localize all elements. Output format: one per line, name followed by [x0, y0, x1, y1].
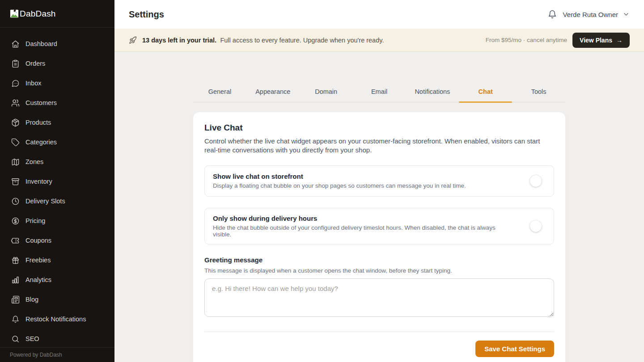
- newspaper-icon: [11, 295, 20, 304]
- broken-image-icon: [10, 9, 19, 18]
- sidebar-item-label: Dashboard: [25, 40, 57, 47]
- trial-days-left: 13 days left in your trial.: [142, 37, 216, 44]
- sidebar-item-label: Analytics: [25, 276, 51, 283]
- greeting-label: Greeting message: [204, 256, 554, 264]
- tab-notifications[interactable]: Notifications: [406, 83, 459, 102]
- archive-box-icon: [11, 177, 20, 186]
- topbar-right: Verde Ruta Owner: [547, 9, 630, 19]
- section-title: Live Chat: [204, 123, 554, 133]
- tab-general[interactable]: General: [193, 83, 246, 102]
- tab-email[interactable]: Email: [353, 83, 406, 102]
- trial-banner-actions: From $95/mo · cancel anytime View Plans …: [486, 33, 630, 48]
- sidebar-item-delivery-slots[interactable]: Delivery Slots: [0, 191, 114, 211]
- sidebar-item-pricing[interactable]: Pricing: [0, 211, 114, 231]
- settings-tabs: GeneralAppearanceDomainEmailNotification…: [193, 83, 565, 102]
- sidebar-item-freebies[interactable]: Freebies: [0, 250, 114, 270]
- main-column: Settings Verde Ruta Owner 13: [114, 0, 644, 362]
- sidebar-item-label: Inventory: [25, 178, 52, 185]
- toggle-switch[interactable]: [526, 220, 546, 232]
- user-menu[interactable]: Verde Ruta Owner: [563, 11, 630, 18]
- toggle-rows: Show live chat on storefrontDisplay a fl…: [204, 165, 554, 244]
- toggle-description: Display a floating chat bubble on your s…: [213, 182, 466, 189]
- sidebar-item-categories[interactable]: Categories: [0, 132, 114, 152]
- map-icon: [11, 158, 20, 166]
- sidebar-item-label: Customers: [25, 99, 57, 106]
- divider: [204, 332, 554, 332]
- toggle-switch[interactable]: [526, 175, 546, 187]
- pricing-note: From $95/mo · cancel anytime: [486, 37, 567, 43]
- users-icon: [11, 99, 20, 107]
- bell-icon: [11, 315, 20, 324]
- settings-content: GeneralAppearanceDomainEmailNotification…: [114, 52, 644, 362]
- tab-domain[interactable]: Domain: [300, 83, 353, 102]
- view-plans-label: View Plans: [580, 37, 612, 44]
- toggle-row: Only show during delivery hoursHide the …: [204, 208, 554, 244]
- toggle-title: Show live chat on storefront: [213, 173, 466, 180]
- trial-text: 13 days left in your trial. Full access …: [142, 36, 384, 44]
- sidebar-item-analytics[interactable]: Analytics: [0, 270, 114, 290]
- live-chat-card: Live Chat Control whether the live chat …: [193, 112, 565, 362]
- toggle-description: Hide the chat bubble outside of your con…: [213, 224, 515, 238]
- tab-chat[interactable]: Chat: [459, 83, 512, 102]
- sidebar-item-label: Delivery Slots: [25, 198, 65, 205]
- tag-icon: [11, 138, 20, 147]
- sidebar-item-seo[interactable]: SEO: [0, 329, 114, 347]
- tabs-wrap: GeneralAppearanceDomainEmailNotification…: [193, 83, 565, 102]
- sidebar-item-blog[interactable]: Blog: [0, 290, 114, 309]
- sidebar-item-dashboard[interactable]: Dashboard: [0, 34, 114, 54]
- sidebar-item-label: Blog: [25, 296, 38, 303]
- sidebar-item-inbox[interactable]: Inbox: [0, 73, 114, 93]
- trial-subtext: Full access to every feature. Upgrade wh…: [220, 37, 384, 44]
- greeting-description: This message is displayed when a custome…: [204, 267, 554, 274]
- sidebar-item-restock-notifications[interactable]: Restock Notifications: [0, 309, 114, 329]
- section-description: Control whether the live chat widget app…: [204, 137, 554, 155]
- app-root: DabDash DashboardOrdersInboxCustomersPro…: [0, 0, 644, 362]
- sidebar: DabDash DashboardOrdersInboxCustomersPro…: [0, 0, 114, 362]
- sidebar-item-customers[interactable]: Customers: [0, 93, 114, 113]
- logo[interactable]: DabDash: [0, 0, 114, 28]
- bar-chart-icon: [11, 276, 20, 284]
- toggle-knob: [530, 175, 542, 187]
- home-icon: [11, 40, 20, 48]
- arrow-right-icon: →: [616, 37, 623, 44]
- topbar: Settings Verde Ruta Owner: [114, 0, 644, 29]
- sidebar-item-label: Restock Notifications: [25, 316, 86, 323]
- ticket-icon: [11, 236, 20, 245]
- sidebar-item-label: Pricing: [25, 217, 45, 224]
- greeting-message-input[interactable]: [204, 278, 554, 317]
- tab-appearance[interactable]: Appearance: [246, 83, 300, 102]
- toggle-row: Show live chat on storefrontDisplay a fl…: [204, 165, 554, 197]
- sidebar-item-inventory[interactable]: Inventory: [0, 172, 114, 191]
- chevron-down-icon: [623, 11, 630, 18]
- sidebar-item-label: Orders: [25, 60, 45, 67]
- dollar-circle-icon: [11, 217, 20, 225]
- toggle-knob: [530, 220, 542, 232]
- sidebar-item-label: SEO: [25, 335, 39, 342]
- sidebar-item-label: Freebies: [25, 257, 51, 264]
- powered-by-text: Powered by DabDash: [10, 352, 62, 358]
- view-plans-button[interactable]: View Plans →: [572, 33, 630, 48]
- tab-tools[interactable]: Tools: [512, 83, 565, 102]
- package-icon: [11, 118, 20, 127]
- sidebar-item-coupons[interactable]: Coupons: [0, 231, 114, 250]
- page-title: Settings: [129, 9, 164, 20]
- sidebar-item-label: Coupons: [25, 237, 51, 244]
- sidebar-item-orders[interactable]: Orders: [0, 54, 114, 73]
- gift-icon: [11, 256, 20, 265]
- sidebar-footer: Powered by DabDash: [0, 347, 114, 362]
- bell-icon[interactable]: [547, 9, 557, 19]
- sidebar-item-label: Inbox: [25, 80, 41, 87]
- save-row: Save Chat Settings: [204, 341, 554, 357]
- search-icon: [11, 335, 20, 343]
- sidebar-item-products[interactable]: Products: [0, 113, 114, 132]
- sidebar-item-zones[interactable]: Zones: [0, 152, 114, 172]
- trial-banner: 13 days left in your trial. Full access …: [114, 29, 644, 52]
- sidebar-item-label: Products: [25, 119, 51, 126]
- toggle-text: Only show during delivery hoursHide the …: [213, 215, 515, 238]
- toggle-text: Show live chat on storefrontDisplay a fl…: [213, 173, 466, 189]
- sidebar-nav: DashboardOrdersInboxCustomersProductsCat…: [0, 28, 114, 347]
- save-chat-settings-button[interactable]: Save Chat Settings: [475, 341, 554, 357]
- sidebar-item-label: Zones: [25, 158, 43, 165]
- chat-bubble-icon: [11, 79, 20, 88]
- logo-text: DabDash: [20, 9, 56, 19]
